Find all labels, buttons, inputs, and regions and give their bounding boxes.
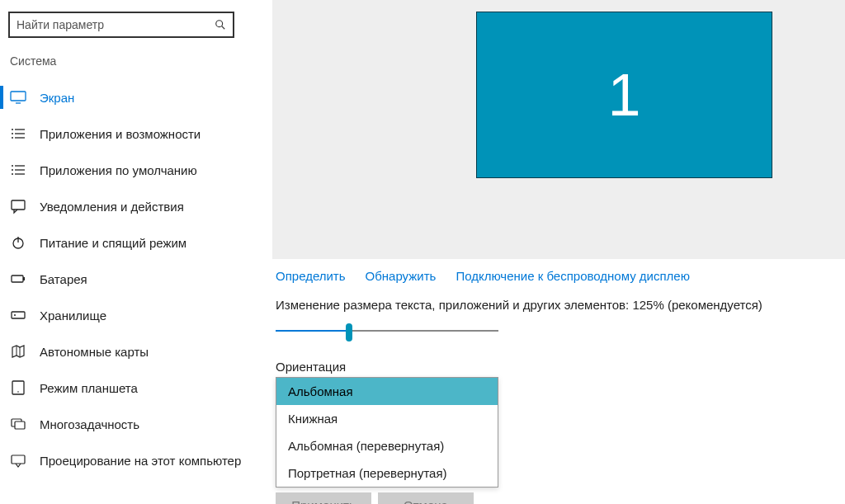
sidebar-item-label: Питание и спящий режим xyxy=(40,236,186,250)
display-icon xyxy=(10,89,26,106)
sidebar-item-label: Хранилище xyxy=(40,309,106,323)
sidebar: Система Экран Приложения и возможности П… xyxy=(0,0,264,504)
display-links-row: Определить Обнаружить Подключение к бесп… xyxy=(276,269,845,283)
sidebar-item-battery[interactable]: Батарея xyxy=(0,261,264,297)
monitor-tile[interactable]: 1 xyxy=(476,12,772,178)
multitask-icon xyxy=(10,416,26,432)
sidebar-item-storage[interactable]: Хранилище xyxy=(0,297,264,333)
list-icon xyxy=(10,162,26,178)
sidebar-item-apps-features[interactable]: Приложения и возможности xyxy=(0,115,264,152)
svg-point-0 xyxy=(216,21,223,27)
sidebar-item-projecting[interactable]: Проецирование на этот компьютер xyxy=(0,442,264,478)
sidebar-item-label: Проецирование на этот компьютер xyxy=(40,454,241,468)
sidebar-item-label: Автономные карты xyxy=(40,345,149,359)
svg-rect-20 xyxy=(23,277,25,280)
sidebar-item-power-sleep[interactable]: Питание и спящий режим xyxy=(0,224,264,261)
slider-thumb[interactable] xyxy=(346,323,352,341)
wireless-display-link[interactable]: Подключение к беспроводному дисплею xyxy=(456,269,690,283)
slider-fill xyxy=(276,330,349,332)
search-icon xyxy=(215,19,226,31)
sidebar-item-label: Уведомления и действия xyxy=(40,200,184,214)
scale-slider[interactable] xyxy=(276,322,498,341)
main-content: 1 Определить Обнаружить Подключение к бе… xyxy=(272,0,845,504)
detect-link[interactable]: Обнаружить xyxy=(366,269,437,283)
svg-rect-21 xyxy=(12,312,25,318)
storage-icon xyxy=(10,307,26,323)
sidebar-item-default-apps[interactable]: Приложения по умолчанию xyxy=(0,152,264,188)
search-input[interactable] xyxy=(17,18,215,31)
sidebar-item-label: Многозадачность xyxy=(40,417,139,431)
apply-cancel-row: Применить Отмена xyxy=(276,492,845,504)
cancel-button[interactable]: Отмена xyxy=(378,492,474,504)
sidebar-item-multitasking[interactable]: Многозадачность xyxy=(0,406,264,442)
tablet-icon xyxy=(10,379,26,396)
map-icon xyxy=(10,343,26,360)
sidebar-nav: Экран Приложения и возможности Приложени… xyxy=(0,79,264,478)
svg-rect-28 xyxy=(15,422,25,429)
sidebar-item-label: Приложения и возможности xyxy=(40,127,201,141)
orientation-label: Ориентация xyxy=(276,360,845,374)
orientation-option-landscape[interactable]: Альбомная xyxy=(276,378,498,405)
orientation-dropdown[interactable]: Альбомная Книжная Альбомная (перевернута… xyxy=(276,377,498,488)
svg-point-26 xyxy=(17,391,19,393)
display-preview-area: 1 xyxy=(272,0,845,259)
orientation-option-portrait[interactable]: Книжная xyxy=(276,405,498,432)
sidebar-item-label: Экран xyxy=(40,91,74,105)
sidebar-item-label: Батарея xyxy=(40,272,87,286)
svg-rect-19 xyxy=(12,276,23,282)
chat-icon xyxy=(10,198,26,214)
power-icon xyxy=(10,234,26,251)
sidebar-item-notifications[interactable]: Уведомления и действия xyxy=(0,188,264,224)
svg-rect-29 xyxy=(12,455,25,464)
scale-label: Изменение размера текста, приложений и д… xyxy=(276,298,845,312)
monitor-number: 1 xyxy=(607,61,640,129)
sidebar-item-label: Режим планшета xyxy=(40,381,138,395)
list-icon xyxy=(10,125,26,142)
sidebar-item-display[interactable]: Экран xyxy=(0,79,264,115)
svg-rect-2 xyxy=(11,92,26,101)
project-icon xyxy=(10,452,26,469)
sidebar-item-label: Приложения по умолчанию xyxy=(40,163,197,177)
orientation-option-portrait-flipped[interactable]: Портретная (перевернутая) xyxy=(276,459,498,487)
identify-link[interactable]: Определить xyxy=(276,269,346,283)
apply-button[interactable]: Применить xyxy=(276,492,371,504)
orientation-option-landscape-flipped[interactable]: Альбомная (перевернутая) xyxy=(276,432,498,459)
sidebar-section-title: Система xyxy=(10,54,264,68)
svg-point-22 xyxy=(14,314,16,316)
search-box[interactable] xyxy=(8,12,234,38)
svg-rect-16 xyxy=(12,200,25,210)
sidebar-item-offline-maps[interactable]: Автономные карты xyxy=(0,333,264,370)
svg-line-1 xyxy=(222,26,225,30)
battery-icon xyxy=(10,271,26,287)
sidebar-item-tablet-mode[interactable]: Режим планшета xyxy=(0,370,264,406)
